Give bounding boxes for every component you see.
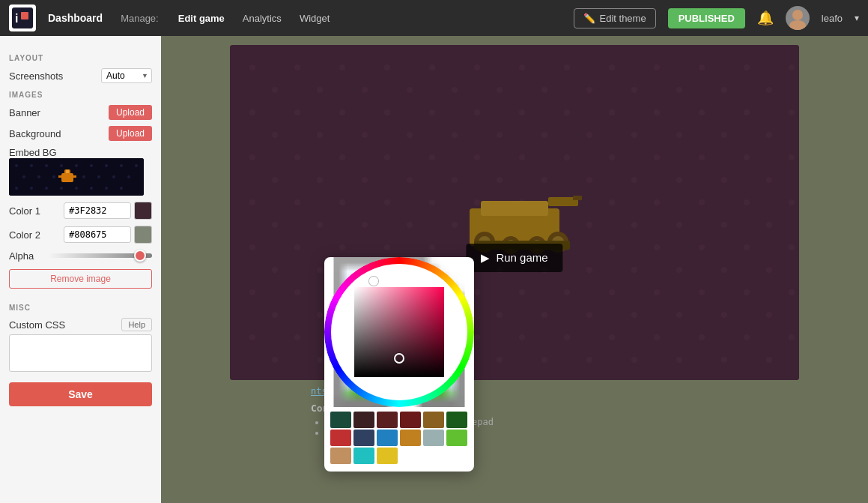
svg-point-93 bbox=[519, 154, 525, 160]
svg-point-182 bbox=[586, 312, 592, 318]
svg-point-208 bbox=[631, 357, 637, 363]
svg-point-87 bbox=[249, 154, 255, 160]
game-info: nts/ludum-dare/39/$40615 Controls Move w… bbox=[161, 380, 868, 444]
swatch-1[interactable] bbox=[353, 412, 374, 428]
swatch-4[interactable] bbox=[423, 412, 444, 428]
svg-point-140 bbox=[384, 244, 390, 250]
svg-point-26 bbox=[60, 187, 63, 190]
avatar[interactable] bbox=[786, 6, 810, 30]
swatch-8[interactable] bbox=[377, 430, 398, 446]
swatch-5[interactable] bbox=[446, 412, 467, 428]
alpha-slider[interactable] bbox=[49, 250, 152, 262]
background-upload-button[interactable]: Upload bbox=[109, 126, 152, 141]
swatch-0[interactable] bbox=[330, 412, 351, 428]
svg-point-133 bbox=[631, 222, 637, 228]
nav-edit-game[interactable]: Edit game bbox=[171, 10, 232, 27]
banner-row: Banner Upload bbox=[9, 105, 152, 120]
svg-point-108 bbox=[631, 177, 637, 183]
color1-input[interactable] bbox=[64, 202, 131, 219]
help-button[interactable]: Help bbox=[121, 318, 152, 331]
game-preview: X-Moon 2: Dark Moon A game of tactical e… bbox=[230, 45, 799, 380]
screenshots-select[interactable]: Auto Manual bbox=[101, 68, 152, 83]
svg-point-128 bbox=[407, 222, 413, 228]
svg-point-167 bbox=[474, 289, 480, 295]
swatch-2[interactable] bbox=[377, 412, 398, 428]
svg-point-171 bbox=[654, 289, 660, 295]
swatch-11[interactable] bbox=[446, 430, 467, 446]
svg-point-10 bbox=[75, 164, 78, 167]
svg-point-76 bbox=[317, 132, 323, 138]
svg-point-29 bbox=[105, 187, 108, 190]
svg-point-170 bbox=[609, 289, 615, 295]
svg-point-7 bbox=[30, 164, 33, 167]
color1-swatch[interactable] bbox=[134, 202, 152, 220]
svg-point-15 bbox=[22, 175, 25, 178]
svg-point-110 bbox=[721, 177, 727, 183]
swatch-13[interactable] bbox=[353, 448, 374, 464]
banner-upload-button[interactable]: Upload bbox=[109, 105, 152, 120]
picker-cursor-bottom[interactable] bbox=[394, 353, 404, 364]
svg-point-50 bbox=[272, 87, 278, 93]
svg-point-11 bbox=[90, 164, 93, 167]
remove-image-button[interactable]: Remove image bbox=[9, 269, 152, 289]
run-game-label: Run game bbox=[496, 251, 547, 264]
svg-point-114 bbox=[339, 199, 345, 205]
color2-label: Color 2 bbox=[9, 229, 40, 241]
color1-label: Color 1 bbox=[9, 205, 40, 217]
save-button[interactable]: Save bbox=[9, 382, 152, 406]
color2-swatch[interactable] bbox=[134, 226, 152, 244]
svg-point-23 bbox=[15, 187, 18, 190]
swatch-14[interactable] bbox=[377, 448, 398, 464]
svg-point-99 bbox=[789, 154, 795, 160]
swatch-7[interactable] bbox=[353, 430, 374, 446]
svg-point-161 bbox=[766, 267, 772, 273]
color2-input[interactable] bbox=[64, 226, 131, 243]
svg-point-150 bbox=[272, 267, 278, 273]
swatch-3[interactable] bbox=[400, 412, 421, 428]
published-button[interactable]: PUBLISHED bbox=[668, 8, 745, 28]
svg-point-95 bbox=[609, 154, 615, 160]
embed-bg-preview[interactable] bbox=[9, 158, 144, 196]
svg-point-211 bbox=[766, 357, 772, 363]
svg-point-100 bbox=[272, 177, 278, 183]
color2-row: Color 2 bbox=[9, 226, 152, 244]
svg-point-197 bbox=[699, 334, 705, 340]
custom-css-textarea[interactable] bbox=[9, 334, 152, 372]
svg-point-175 bbox=[272, 312, 278, 318]
background-label: Background bbox=[9, 128, 61, 139]
run-game-button[interactable]: ▶ Run game bbox=[466, 244, 562, 272]
bell-icon[interactable]: 🔔 bbox=[757, 10, 774, 26]
color2-input-wrap bbox=[64, 226, 152, 244]
svg-point-158 bbox=[631, 267, 637, 273]
nav-widget[interactable]: Widget bbox=[292, 10, 337, 27]
alpha-label: Alpha bbox=[9, 250, 34, 262]
edit-theme-button[interactable]: ✏️ Edit theme bbox=[574, 8, 656, 28]
swatch-6[interactable] bbox=[330, 430, 351, 446]
svg-point-80 bbox=[497, 132, 503, 138]
svg-point-92 bbox=[474, 154, 480, 160]
gradient-box[interactable] bbox=[354, 287, 444, 377]
picker-cursor-top[interactable] bbox=[369, 277, 378, 286]
background-row: Background Upload bbox=[9, 126, 152, 141]
alpha-row: Alpha bbox=[9, 250, 152, 262]
svg-point-172 bbox=[699, 289, 705, 295]
swatch-12[interactable] bbox=[330, 448, 351, 464]
alpha-thumb[interactable] bbox=[134, 250, 146, 262]
svg-point-148 bbox=[744, 244, 750, 250]
svg-point-19 bbox=[82, 175, 85, 178]
color-wheel-area[interactable] bbox=[324, 257, 474, 407]
svg-point-127 bbox=[362, 222, 368, 228]
swatch-10[interactable] bbox=[423, 430, 444, 446]
svg-point-88 bbox=[294, 154, 300, 160]
dashboard-label[interactable]: Dashboard bbox=[48, 12, 103, 24]
swatch-9[interactable] bbox=[400, 430, 421, 446]
screenshots-row: Screenshots Auto Manual bbox=[9, 68, 152, 83]
svg-point-65 bbox=[384, 109, 390, 115]
svg-point-81 bbox=[541, 132, 547, 138]
nav-analytics[interactable]: Analytics bbox=[235, 10, 289, 27]
svg-point-209 bbox=[676, 357, 682, 363]
svg-point-183 bbox=[631, 312, 637, 318]
svg-point-48 bbox=[744, 64, 750, 70]
svg-point-206 bbox=[541, 357, 547, 363]
chevron-down-icon[interactable]: ▾ bbox=[855, 13, 859, 23]
